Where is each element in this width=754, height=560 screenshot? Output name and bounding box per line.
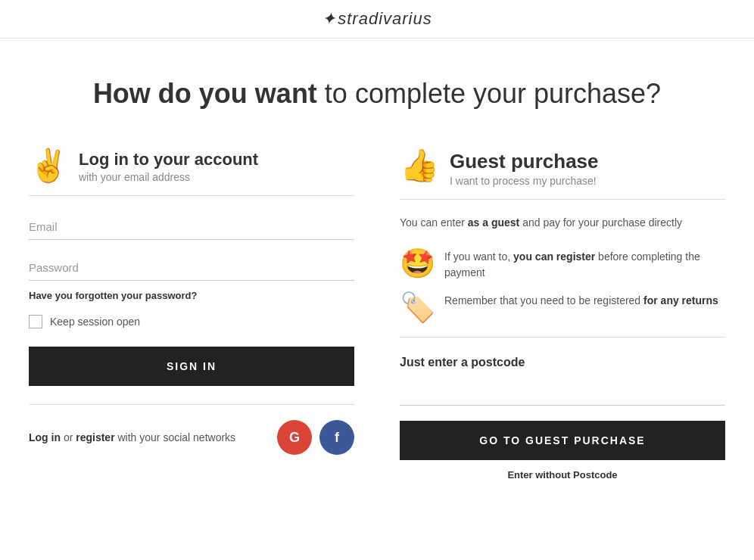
login-subtitle: with your email address	[79, 171, 258, 183]
no-postcode-link[interactable]: Enter without Postcode	[400, 469, 725, 481]
login-header: ✌️ Log in to your account with your emai…	[29, 150, 354, 196]
returns-emoji: 🏷️	[400, 293, 435, 322]
social-icons: G f	[277, 420, 354, 455]
forgot-password-link[interactable]: Have you forgotten your password?	[29, 290, 354, 301]
returns-text-prefix: Remember that you need to be registered	[444, 294, 643, 306]
postcode-input[interactable]	[400, 380, 725, 406]
page-title-normal: to complete your purchase?	[317, 78, 661, 109]
guest-info-text: You can enter as a guest and pay for you…	[400, 215, 725, 231]
guest-section: 👍 Guest purchase I want to process my pu…	[400, 150, 725, 481]
login-header-text: Log in to your account with your email a…	[79, 150, 258, 183]
page-title-bold: How do you want	[93, 78, 317, 109]
keep-session-checkbox[interactable]	[29, 315, 42, 328]
login-divider	[29, 404, 354, 405]
or-text: or	[61, 431, 76, 443]
register-item-text: If you want to, you can register before …	[444, 249, 725, 281]
keep-session-row: Keep session open	[29, 315, 354, 328]
login-link[interactable]: Log in	[29, 431, 61, 443]
logo-star: ✦	[322, 9, 336, 29]
guest-info-bold: as a guest	[468, 216, 519, 229]
returns-item-text: Remember that you need to be registered …	[444, 293, 718, 309]
guest-header: 👍 Guest purchase I want to process my pu…	[400, 150, 725, 200]
google-login-button[interactable]: G	[277, 420, 312, 455]
guest-purchase-button[interactable]: GO TO GUEST PURCHASE	[400, 421, 725, 460]
postcode-label: Just enter a postcode	[400, 356, 725, 369]
login-emoji: ✌️	[29, 150, 68, 182]
logo-text: stradivarius	[338, 9, 432, 29]
keep-session-label[interactable]: Keep session open	[50, 316, 140, 328]
returns-text-bold: for any returns	[643, 294, 718, 306]
register-text-prefix: If you want to,	[444, 250, 513, 263]
social-text: Log in or register with your social netw…	[29, 431, 265, 443]
guest-info-prefix: You can enter	[400, 216, 468, 229]
login-section: ✌️ Log in to your account with your emai…	[29, 150, 354, 455]
password-input[interactable]	[29, 255, 354, 281]
header: ✦ stradivarius	[0, 0, 754, 39]
facebook-login-button[interactable]: f	[319, 420, 354, 455]
guest-header-text: Guest purchase I want to process my purc…	[450, 150, 599, 187]
guest-info-suffix: and pay for your purchase directly	[519, 216, 682, 229]
page-title: How do you want to complete your purchas…	[29, 76, 725, 112]
password-group	[29, 255, 354, 281]
login-title: Log in to your account	[79, 150, 258, 170]
register-text-bold: you can register	[513, 250, 595, 263]
logo: ✦ stradivarius	[322, 9, 432, 29]
social-suffix: with your social networks	[115, 431, 236, 443]
columns: ✌️ Log in to your account with your emai…	[29, 150, 725, 481]
main-content: How do you want to complete your purchas…	[14, 39, 740, 503]
register-link[interactable]: register	[76, 431, 114, 443]
social-login-row: Log in or register with your social netw…	[29, 420, 354, 455]
register-info-item: 🤩 If you want to, you can register befor…	[400, 249, 725, 281]
register-emoji: 🤩	[400, 249, 435, 278]
info-items: 🤩 If you want to, you can register befor…	[400, 249, 725, 338]
sign-in-button[interactable]: SIGN IN	[29, 347, 354, 386]
guest-subtitle: I want to process my purchase!	[450, 175, 599, 187]
email-group	[29, 214, 354, 240]
email-input[interactable]	[29, 214, 354, 240]
returns-info-item: 🏷️ Remember that you need to be register…	[400, 293, 725, 322]
guest-title: Guest purchase	[450, 150, 599, 173]
guest-emoji: 👍	[400, 150, 439, 182]
